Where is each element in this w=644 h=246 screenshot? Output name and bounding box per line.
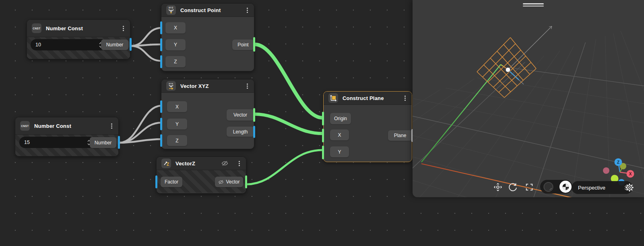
vector-xyz-icon: XYZ [166, 81, 176, 91]
node-number-const-2[interactable]: CNST Number Const 15 Number [15, 117, 119, 156]
gizmo-neg-x-ball[interactable] [603, 167, 609, 174]
node-title: VectorZ [175, 161, 195, 167]
ground-grid [413, 0, 644, 197]
port-y-input[interactable] [322, 146, 324, 159]
projection-label: Perspective [578, 185, 605, 191]
fullscreen-button[interactable] [524, 182, 535, 192]
kebab-menu-icon[interactable] [123, 28, 124, 29]
node-title: Vector XYZ [180, 83, 209, 89]
shading-toggle[interactable] [540, 180, 572, 194]
construct-point-icon: XYZ [166, 5, 176, 15]
input-x: X [167, 101, 187, 112]
port-number-output[interactable] [130, 38, 132, 51]
projection-dropdown[interactable]: Perspective [572, 181, 633, 194]
kebab-menu-icon[interactable] [247, 85, 248, 87]
orbit-icon [508, 182, 518, 192]
kebab-menu-icon[interactable] [111, 125, 112, 127]
wire[interactable] [131, 28, 162, 46]
port-length-output[interactable] [253, 126, 255, 138]
input-x: X [330, 129, 349, 140]
viewport-scene: Z X [413, 0, 644, 197]
eye-off-icon[interactable] [221, 161, 228, 166]
port-point-output[interactable] [253, 37, 255, 52]
output-plane: Plane [388, 130, 412, 141]
world-y-axis [421, 65, 501, 162]
shaded-sphere-icon[interactable] [559, 181, 572, 193]
output-length: Length [227, 127, 254, 137]
construct-plane-icon [328, 93, 338, 103]
output-vector: Vector [215, 177, 243, 187]
node-vector-xyz[interactable]: XYZ Vector XYZ X Y Z Vector Length [161, 79, 254, 149]
gear-icon [625, 183, 634, 192]
orbit-tool-button[interactable] [508, 182, 518, 192]
svg-text:Z: Z [617, 160, 619, 165]
viewport-drag-handle[interactable] [523, 3, 544, 6]
wire-point-origin[interactable] [255, 44, 322, 118]
output-number: Number [90, 137, 116, 148]
wire[interactable] [131, 46, 162, 61]
output-point: Point [232, 40, 254, 50]
move-tool-button[interactable] [493, 182, 503, 192]
port-z-input[interactable] [160, 134, 162, 147]
eye-off-icon [218, 180, 224, 184]
node-construct-plane[interactable]: Construct Plane Origin X Y Plane [323, 91, 412, 162]
node-number-const-1[interactable]: CNST Number Const 10 Number [27, 19, 130, 59]
wire-vector-x[interactable] [255, 114, 322, 133]
const-icon: CNST [20, 121, 30, 131]
input-y: Y [330, 146, 349, 157]
port-y-input[interactable] [160, 38, 162, 51]
input-origin: Origin [330, 113, 351, 124]
node-vector-z[interactable]: Z VectorZ Factor Vector [156, 156, 246, 194]
fullscreen-icon [525, 183, 534, 192]
port-z-input[interactable] [160, 55, 162, 68]
number-input[interactable]: 10 [31, 39, 107, 50]
kebab-menu-icon[interactable] [405, 98, 406, 99]
node-title: Construct Point [180, 7, 221, 13]
port-x-input[interactable] [322, 129, 324, 142]
input-z: Z [165, 56, 186, 67]
input-x: X [165, 22, 186, 33]
svg-text:Z: Z [167, 162, 169, 167]
svg-text:XYZ: XYZ [169, 83, 173, 85]
input-factor: Factor [161, 177, 182, 187]
number-input[interactable]: 15 [19, 137, 95, 148]
port-vector-output[interactable] [245, 175, 247, 188]
svg-text:XYZ: XYZ [169, 7, 173, 9]
port-x-input[interactable] [160, 21, 162, 34]
port-factor-input[interactable] [155, 175, 157, 188]
port-vector-output[interactable] [253, 108, 255, 122]
node-title: Construct Plane [343, 95, 384, 101]
port-origin-input[interactable] [322, 112, 324, 125]
output-vector: Vector [227, 109, 254, 121]
input-z: Z [167, 135, 187, 146]
viewport-3d[interactable]: Z X [413, 0, 644, 197]
port-x-input[interactable] [160, 100, 162, 113]
node-title: Number Const [34, 123, 71, 129]
vector-z-icon: Z [161, 158, 171, 168]
plane-wireframe[interactable] [477, 38, 536, 98]
input-y: Y [165, 39, 186, 50]
output-number: Number [101, 40, 128, 50]
node-editor-canvas[interactable]: CNST Number Const 10 Number CNST Number … [0, 0, 644, 246]
move-icon [493, 182, 503, 192]
port-y-input[interactable] [160, 118, 162, 130]
wire-vectorz-y[interactable] [247, 150, 322, 184]
svg-text:X: X [629, 172, 632, 176]
viewport-settings-button[interactable] [624, 182, 635, 193]
const-icon: CNST [32, 23, 41, 33]
node-construct-point[interactable]: XYZ Construct Point X Y Z Point [161, 3, 254, 71]
input-y: Y [167, 119, 187, 129]
matcap-sphere-icon[interactable] [543, 182, 553, 192]
kebab-menu-icon[interactable] [239, 163, 240, 164]
plane-origin-point[interactable] [506, 67, 510, 72]
node-title: Number Const [46, 25, 83, 31]
port-number-output[interactable] [118, 136, 120, 149]
kebab-menu-icon[interactable] [247, 10, 248, 11]
